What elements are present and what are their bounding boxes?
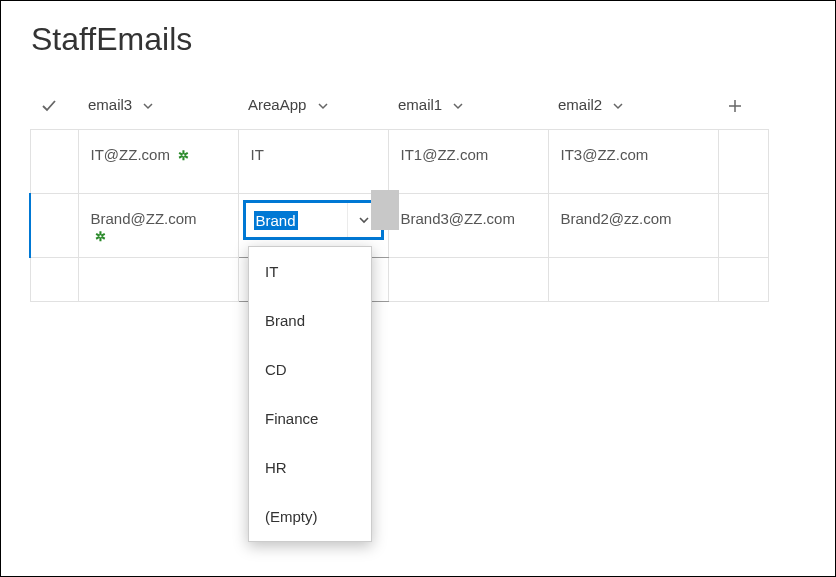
- cell-email1[interactable]: IT1@ZZ.com: [388, 130, 548, 194]
- column-header-email1[interactable]: email1: [388, 88, 548, 130]
- column-label: email2: [558, 96, 602, 113]
- column-label: email3: [88, 96, 132, 113]
- select-all-header[interactable]: [30, 88, 78, 130]
- cell-email3[interactable]: [78, 258, 238, 302]
- chevron-down-icon: [452, 100, 464, 112]
- fill-handle[interactable]: [371, 190, 399, 230]
- cell-value: Brand3@ZZ.com: [401, 210, 515, 227]
- header-row: email3 AreaApp email1 email2: [30, 88, 768, 130]
- cell-value: IT3@ZZ.com: [561, 146, 649, 163]
- cell-value: Brand2@zz.com: [561, 210, 672, 227]
- combobox[interactable]: Brand: [243, 200, 384, 240]
- dropdown-option[interactable]: Finance: [249, 394, 371, 443]
- cell-trailing: [718, 130, 768, 194]
- status-badge-icon: ✲: [95, 229, 106, 244]
- data-grid: email3 AreaApp email1 email2: [29, 88, 769, 302]
- column-label: email1: [398, 96, 442, 113]
- cell-area[interactable]: IT: [238, 130, 388, 194]
- check-icon: [40, 97, 58, 115]
- chevron-down-icon: [358, 212, 370, 229]
- cell-email2[interactable]: [548, 258, 718, 302]
- row-selector[interactable]: [30, 258, 78, 302]
- page-title: StaffEmails: [1, 1, 835, 68]
- plus-icon: [728, 99, 742, 113]
- cell-email2[interactable]: IT3@ZZ.com: [548, 130, 718, 194]
- cell-email1[interactable]: Brand3@ZZ.com: [388, 194, 548, 258]
- chevron-down-icon: [317, 100, 329, 112]
- cell-email1[interactable]: [388, 258, 548, 302]
- dropdown-option[interactable]: (Empty): [249, 492, 371, 541]
- column-label: AreaApp: [248, 96, 306, 113]
- cell-email2[interactable]: Brand2@zz.com: [548, 194, 718, 258]
- column-header-email2[interactable]: email2: [548, 88, 718, 130]
- status-badge-icon: ✲: [178, 148, 189, 163]
- cell-trailing: [718, 258, 768, 302]
- column-header-email3[interactable]: email3: [78, 88, 238, 130]
- add-column-button[interactable]: [718, 88, 768, 130]
- table-row[interactable]: IT@ZZ.com ✲ IT IT1@ZZ.com IT3@ZZ.com: [30, 130, 768, 194]
- row-selector[interactable]: [30, 194, 78, 258]
- table-row[interactable]: Brand@ZZ.com ✲ Brand: [30, 194, 768, 258]
- cell-value: IT1@ZZ.com: [401, 146, 489, 163]
- combobox-input[interactable]: Brand: [246, 203, 347, 237]
- cell-value: IT@ZZ.com: [91, 146, 170, 163]
- cell-value: Brand@ZZ.com: [91, 210, 197, 227]
- column-header-area[interactable]: AreaApp: [238, 88, 388, 130]
- cell-trailing: [718, 194, 768, 258]
- row-selector[interactable]: [30, 130, 78, 194]
- cell-email3[interactable]: Brand@ZZ.com ✲: [78, 194, 238, 258]
- dropdown-option[interactable]: IT: [249, 247, 371, 296]
- cell-value: IT: [251, 146, 264, 163]
- dropdown-option[interactable]: Brand: [249, 296, 371, 345]
- new-row[interactable]: [30, 258, 768, 302]
- dropdown-option[interactable]: CD: [249, 345, 371, 394]
- chevron-down-icon: [142, 100, 154, 112]
- chevron-down-icon: [612, 100, 624, 112]
- dropdown-option[interactable]: HR: [249, 443, 371, 492]
- cell-email3[interactable]: IT@ZZ.com ✲: [78, 130, 238, 194]
- combobox-dropdown: IT Brand CD Finance HR (Empty): [248, 246, 372, 542]
- combobox-value: Brand: [254, 211, 298, 230]
